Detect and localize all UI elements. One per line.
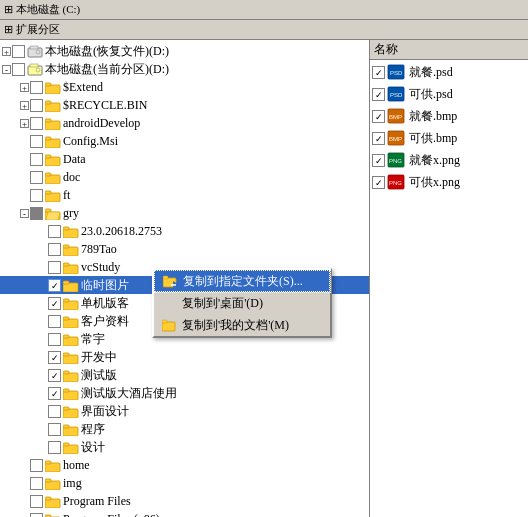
context-menu: 复制到指定文件夹(S)... 复制到'桌面'(D) 复制到'我的文档'(M) [152, 268, 332, 338]
checkbox-checked[interactable]: ✓ [48, 351, 61, 364]
tree-item[interactable]: ✓ 测试版大酒店使用 [0, 384, 369, 402]
checkbox-checked[interactable]: ✓ [372, 154, 385, 167]
checkbox[interactable] [30, 135, 43, 148]
folder-icon [45, 459, 61, 472]
svg-rect-4 [30, 64, 38, 67]
expander-icon[interactable]: + [20, 83, 29, 92]
svg-rect-34 [63, 317, 69, 320]
checkbox-checked[interactable]: ✓ [372, 88, 385, 101]
checkbox-checked[interactable]: ✓ [372, 132, 385, 145]
checkbox-checked[interactable]: ✓ [372, 176, 385, 189]
expander-icon[interactable]: + [20, 101, 29, 110]
checkbox-checked[interactable]: ✓ [48, 279, 61, 292]
tree-item[interactable]: Program Files (x86) [0, 510, 369, 517]
tree-item-label: 开发中 [81, 349, 117, 366]
expander-space [20, 173, 29, 182]
checkbox[interactable] [30, 99, 43, 112]
tree-item[interactable]: home [0, 456, 369, 474]
svg-text:PSD: PSD [390, 70, 403, 76]
tree-item[interactable]: + $Extend [0, 78, 369, 96]
svg-text:BMP: BMP [389, 136, 402, 142]
checkbox-checked[interactable]: ✓ [372, 66, 385, 79]
checkbox[interactable] [48, 423, 61, 436]
checkbox[interactable] [48, 405, 61, 418]
folder-icon [63, 297, 79, 310]
checkbox-checked[interactable]: ✓ [372, 110, 385, 123]
tree-item-label: 单机版客 [81, 295, 129, 312]
bmp-icon: BMP [387, 108, 407, 124]
tree-item[interactable]: 界面设计 [0, 402, 369, 420]
tree-item[interactable]: + 本地磁盘(恢复文件)(D:) [0, 42, 369, 60]
tree-item[interactable]: + androidDevelop [0, 114, 369, 132]
checkbox[interactable] [48, 261, 61, 274]
right-item-label: 就餐.psd [409, 64, 453, 81]
right-panel-content: ✓ PSD 就餐.psd ✓ PSD 可供.psd [370, 60, 528, 196]
tree-item[interactable]: 程序 [0, 420, 369, 438]
right-panel: 名称 ✓ PSD 就餐.psd ✓ PSD [370, 40, 528, 517]
tree-item[interactable]: - 本地磁盘(当前分区)(D:) [0, 60, 369, 78]
tree-item[interactable]: img [0, 474, 369, 492]
context-menu-item-copy-to-mydocs[interactable]: 复制到'我的文档'(M) [154, 314, 330, 336]
expander-icon[interactable]: + [20, 119, 29, 128]
checkbox-checked[interactable]: ✓ [48, 387, 61, 400]
tree-item[interactable]: ✓ 开发中 [0, 348, 369, 366]
context-menu-item-copy-to-folder[interactable]: 复制到指定文件夹(S)... [154, 270, 330, 292]
right-panel-item[interactable]: ✓ BMP 可供.bmp [372, 128, 526, 148]
tree-item-label: androidDevelop [63, 116, 140, 131]
checkbox[interactable] [30, 513, 43, 518]
expander-space [20, 461, 29, 470]
tree-item-label: 本地磁盘(恢复文件)(D:) [45, 43, 169, 60]
checkbox[interactable] [30, 495, 43, 508]
tree-item[interactable]: doc [0, 168, 369, 186]
checkbox[interactable] [12, 63, 25, 76]
expander-icon[interactable]: - [20, 209, 29, 218]
context-menu-item-copy-to-desktop[interactable]: 复制到'桌面'(D) [154, 292, 330, 314]
checkbox[interactable] [48, 243, 61, 256]
checkbox[interactable] [12, 45, 25, 58]
right-panel-item[interactable]: ✓ PSD 就餐.psd [372, 62, 526, 82]
expander-icon[interactable]: + [2, 47, 11, 56]
tree-item[interactable]: - gry [0, 204, 369, 222]
svg-rect-70 [162, 320, 167, 323]
checkbox[interactable] [30, 189, 43, 202]
tree-item[interactable]: ✓ 测试版 [0, 366, 369, 384]
tree-item-label: 本地磁盘(当前分区)(D:) [45, 61, 169, 78]
tree-item[interactable]: Program Files [0, 492, 369, 510]
left-panel: + 本地磁盘(恢复文件)(D:) - 本地磁盘(当前分区)(D:) + [0, 40, 370, 517]
checkbox-partial[interactable] [30, 207, 43, 220]
checkbox[interactable] [30, 81, 43, 94]
checkbox-checked[interactable]: ✓ [48, 369, 61, 382]
tree-item[interactable]: + $RECYCLE.BIN [0, 96, 369, 114]
tree-item-label: Program Files (x86) [63, 512, 160, 518]
tree-item[interactable]: 789Tao [0, 240, 369, 258]
tree-item[interactable]: 23.0.20618.2753 [0, 222, 369, 240]
expander-space [38, 299, 47, 308]
right-panel-item[interactable]: ✓ PNG 就餐x.png [372, 150, 526, 170]
expander-icon[interactable]: - [2, 65, 11, 74]
checkbox[interactable] [30, 171, 43, 184]
checkbox[interactable] [30, 459, 43, 472]
right-panel-item[interactable]: ✓ PSD 可供.psd [372, 84, 526, 104]
tree-item[interactable]: 设计 [0, 438, 369, 456]
checkbox[interactable] [30, 153, 43, 166]
checkbox[interactable] [48, 225, 61, 238]
tree-item-label: 测试版 [81, 367, 117, 384]
right-panel-item[interactable]: ✓ BMP 就餐.bmp [372, 106, 526, 126]
expander-space [38, 263, 47, 272]
checkbox[interactable] [48, 441, 61, 454]
checkbox[interactable] [48, 315, 61, 328]
main-window: ⊞ 本地磁盘 (C:) ⊞ 扩展分区 + 本地磁盘(恢复文件)(D:) - [0, 0, 528, 517]
top-bar-crumb: ⊞ 本地磁盘 (C:) [4, 2, 80, 17]
tree-item[interactable]: Data [0, 150, 369, 168]
svg-marker-22 [46, 212, 60, 220]
tree-item[interactable]: ft [0, 186, 369, 204]
checkbox[interactable] [30, 477, 43, 490]
tree-item[interactable]: Config.Msi [0, 132, 369, 150]
checkbox[interactable] [48, 333, 61, 346]
right-panel-item[interactable]: ✓ PNG 可供x.png [372, 172, 526, 192]
folder-copy-icon [163, 273, 179, 289]
checkbox-checked[interactable]: ✓ [48, 297, 61, 310]
checkbox[interactable] [30, 117, 43, 130]
folder-open-icon [45, 207, 61, 220]
desktop-icon [162, 295, 178, 311]
